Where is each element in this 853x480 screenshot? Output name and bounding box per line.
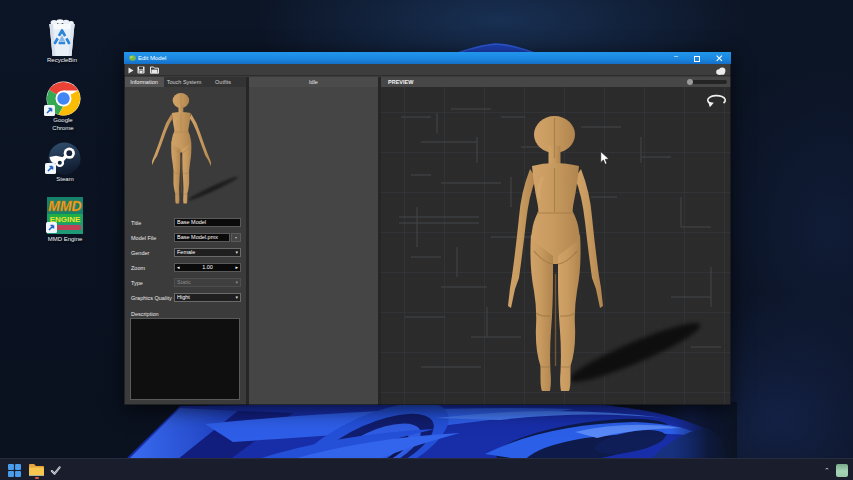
svg-text:MMD: MMD: [48, 198, 81, 214]
